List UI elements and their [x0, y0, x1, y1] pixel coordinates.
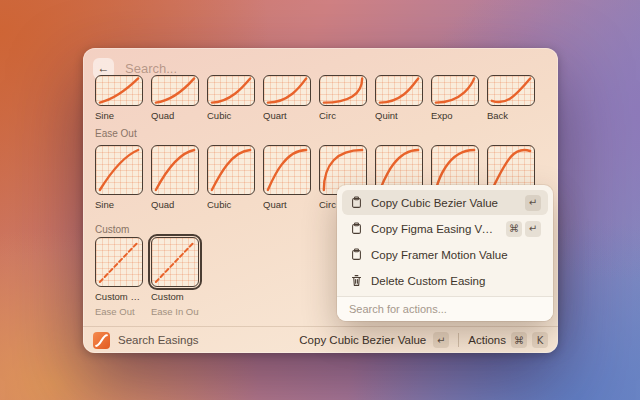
easing-tile[interactable]: Expo [431, 75, 479, 121]
easing-tile-label: Quad [151, 110, 199, 121]
easing-tile-label: Sine [95, 110, 143, 121]
section-header-ease-out: Ease Out [95, 128, 137, 139]
easing-tile[interactable]: Back [487, 75, 535, 121]
footer-divider [458, 333, 459, 347]
easing-curve-thumbnail [207, 75, 255, 106]
easing-curve-thumbnail [95, 75, 143, 106]
easing-curve-thumbnail [263, 145, 311, 195]
easing-tile[interactable]: Sine [95, 145, 143, 210]
action-menu-item[interactable]: Delete Custom Easing [342, 268, 548, 293]
back-arrow-icon: ← [98, 61, 110, 75]
command-key-badge: ⌘ [511, 332, 527, 348]
easing-curve-thumbnail [375, 75, 423, 106]
easing-tile-label: Cubic [207, 199, 255, 210]
action-menu-item-label: Copy Cubic Bezier Value [371, 197, 517, 209]
easing-curve-thumbnail [319, 75, 367, 106]
clipboard-icon [349, 222, 363, 236]
actions-button-label: Actions [468, 334, 506, 346]
actions-menu-popup: Copy Cubic Bezier Value ↵ Copy Figma Eas… [337, 185, 553, 321]
actions-search-bar [337, 296, 553, 321]
easing-tile-label: Cubic [207, 110, 255, 121]
easing-tile[interactable]: Quart [263, 145, 311, 210]
primary-action-button[interactable]: Copy Cubic Bezier Value [299, 334, 426, 346]
clipboard-icon [349, 196, 363, 210]
action-menu-item-label: Copy Framer Motion Value [371, 249, 533, 261]
easing-curve-thumbnail [95, 237, 143, 287]
action-menu-item[interactable]: Copy Cubic Bezier Value ↵ [342, 190, 548, 215]
clipboard-icon [349, 248, 363, 262]
easing-tile[interactable]: Cubic [207, 75, 255, 121]
easings-app-icon [93, 332, 110, 349]
easing-tile[interactable]: Custom Ease In Out [151, 237, 199, 317]
status-bar: Search Easings Copy Cubic Bezier Value ↵… [83, 326, 558, 353]
easing-curve-thumbnail [263, 75, 311, 106]
easing-tile-sublabel: Ease Out [95, 306, 143, 317]
launcher-window: ← Sine Quad Cubic [83, 48, 558, 353]
action-menu-item[interactable]: Copy Framer Motion Value [342, 242, 548, 267]
shortcut-badge: ⌘ [506, 221, 522, 237]
easing-tile-sublabel: Ease In Out [151, 306, 199, 317]
easing-curve-thumbnail [95, 145, 143, 195]
easing-curve-thumbnail [487, 75, 535, 106]
actions-menu-list: Copy Cubic Bezier Value ↵ Copy Figma Eas… [337, 185, 553, 296]
easing-tile[interactable]: Quint [375, 75, 423, 121]
easing-tile[interactable]: Custom Eas… Ease Out [95, 237, 143, 317]
action-menu-item-label: Delete Custom Easing [371, 275, 533, 287]
easing-curve-thumbnail [431, 75, 479, 106]
easing-tile[interactable]: Sine [95, 75, 143, 121]
easing-tile[interactable]: Cubic [207, 145, 255, 210]
easing-tile-label: Quint [375, 110, 423, 121]
easing-curve-thumbnail [151, 145, 199, 195]
easing-tile-label: Back [487, 110, 535, 121]
easing-curve-thumbnail [207, 145, 255, 195]
app-title: Search Easings [118, 334, 199, 346]
return-key-badge: ↵ [433, 332, 449, 348]
section-header-custom: Custom [95, 224, 129, 235]
action-menu-item[interactable]: Copy Figma Easing Value ⌘↵ [342, 216, 548, 241]
search-input[interactable] [123, 60, 548, 77]
easing-tile-label: Sine [95, 199, 143, 210]
easing-tile-label: Circ [319, 110, 367, 121]
easing-tile[interactable]: Circ [319, 75, 367, 121]
easing-tile-label: Custom Eas… [95, 291, 143, 302]
easing-tile-label: Quart [263, 199, 311, 210]
action-menu-item-label: Copy Figma Easing Value [371, 223, 498, 235]
k-key-badge: K [532, 332, 548, 348]
easing-tile-label: Custom [151, 291, 199, 302]
shortcut-badge: ↵ [525, 195, 541, 211]
easing-tile-label: Quad [151, 199, 199, 210]
easing-curve-thumbnail [151, 75, 199, 106]
shortcut-badge: ↵ [525, 221, 541, 237]
custom-row: Custom Eas… Ease Out Custom Ease In Out [95, 237, 199, 317]
easing-tile-label: Quart [263, 110, 311, 121]
ease-in-row: Sine Quad Cubic Quart [95, 75, 535, 121]
easing-curve-thumbnail [151, 237, 199, 287]
trash-icon [349, 274, 363, 288]
easing-tile-label: Expo [431, 110, 479, 121]
actions-button[interactable]: Actions ⌘ K [468, 332, 548, 348]
easing-tile[interactable]: Quad [151, 145, 199, 210]
easing-tile[interactable]: Quart [263, 75, 311, 121]
easing-tile[interactable]: Quad [151, 75, 199, 121]
actions-search-input[interactable] [347, 302, 543, 316]
